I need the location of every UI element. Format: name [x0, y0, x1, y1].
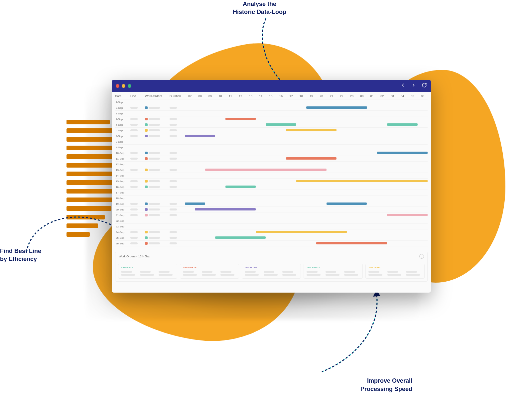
cell-line	[130, 237, 145, 239]
gantt-bar[interactable]	[327, 202, 367, 205]
gantt-bar[interactable]	[377, 152, 428, 154]
cell-duration	[170, 231, 185, 233]
card-id: #WO0042A	[307, 266, 360, 269]
gantt-row[interactable]: 23-Sep	[115, 224, 428, 229]
cell-date: 21-Sep	[115, 214, 130, 217]
gantt-bar[interactable]	[225, 186, 256, 188]
cell-line	[130, 124, 145, 126]
gantt-row[interactable]: 11-Sep	[115, 156, 428, 162]
gantt-row[interactable]: 15-Sep	[115, 179, 428, 184]
cell-date: 18-Sep	[115, 197, 130, 200]
gantt-bar[interactable]	[306, 106, 367, 109]
cell-work-order	[145, 242, 170, 245]
gantt-track	[185, 133, 428, 139]
gantt-row[interactable]: 7-Sep	[115, 133, 428, 139]
gantt-row[interactable]: 17-Sep	[115, 190, 428, 196]
callout-text: Find Best Line	[0, 247, 41, 255]
gantt-bar[interactable]	[316, 242, 387, 244]
gantt-row[interactable]: 26-Sep	[115, 241, 428, 246]
gantt-row[interactable]: 24-Sep	[115, 229, 428, 235]
cell-line	[130, 186, 145, 188]
hour-label: 00	[357, 94, 367, 98]
gantt-row[interactable]: 5-Sep	[115, 122, 428, 128]
gantt-bar[interactable]	[387, 123, 417, 126]
cell-line	[130, 208, 145, 210]
col-duration: Duration	[170, 94, 185, 98]
gantt-row[interactable]: 21-Sep	[115, 212, 428, 218]
gantt-track	[185, 173, 428, 178]
gantt-row[interactable]: 14-Sep	[115, 173, 428, 179]
gantt-bar[interactable]	[215, 236, 266, 239]
gantt-bar[interactable]	[286, 157, 336, 160]
gantt-row[interactable]: 13-Sep	[115, 167, 428, 173]
gantt-row[interactable]: 9-Sep	[115, 145, 428, 150]
nav-prev-button[interactable]	[400, 82, 406, 89]
cell-duration	[170, 186, 185, 188]
cell-date: 14-Sep	[115, 174, 130, 177]
gantt-row[interactable]: 6-Sep	[115, 128, 428, 133]
gantt-bar[interactable]	[256, 231, 347, 233]
cell-line	[130, 214, 145, 216]
gantt-row[interactable]: 1-Sep	[115, 99, 428, 105]
cell-date: 1-Sep	[115, 101, 130, 104]
cell-date: 7-Sep	[115, 135, 130, 138]
gantt-row[interactable]: 19-Sep	[115, 201, 428, 207]
cell-work-order	[145, 202, 170, 205]
hour-label: 09	[205, 94, 215, 98]
gantt-row[interactable]: 3-Sep	[115, 111, 428, 116]
gantt-row[interactable]: 16-Sep	[115, 184, 428, 190]
cell-duration	[170, 129, 185, 131]
gantt-bar[interactable]	[286, 129, 336, 131]
cell-date: 8-Sep	[115, 140, 130, 143]
cell-line	[130, 203, 145, 205]
hour-label: 23	[347, 94, 357, 98]
expand-button[interactable]: ⌄	[419, 254, 424, 259]
gantt-row[interactable]: 12-Sep	[115, 162, 428, 167]
app-window: Date Line Work-Orders Duration 070809101…	[112, 80, 431, 293]
work-order-card[interactable]: #WO0042A	[304, 264, 363, 279]
minimize-icon[interactable]	[122, 84, 125, 88]
work-order-card[interactable]: #WO3502	[365, 264, 425, 279]
col-date: Date	[115, 94, 130, 98]
callout-text: Analyse the	[233, 0, 286, 8]
gantt-bar[interactable]	[266, 123, 296, 126]
maximize-icon[interactable]	[128, 84, 131, 88]
gantt-row[interactable]: 22-Sep	[115, 218, 428, 224]
work-order-card[interactable]: #WO00879	[180, 264, 239, 279]
cell-duration	[170, 152, 185, 154]
gantt-track	[185, 139, 428, 144]
gantt-bar[interactable]	[225, 118, 256, 120]
work-orders-panel: Work Orders - 11th Sep ⌄ #WO8675#WO00879…	[115, 252, 428, 282]
cell-line	[130, 152, 145, 154]
gantt-row[interactable]: 4-Sep	[115, 116, 428, 122]
cell-work-order	[145, 135, 170, 137]
hour-label: 20	[316, 94, 326, 98]
gantt-track	[185, 190, 428, 195]
gantt-row[interactable]: 25-Sep	[115, 235, 428, 241]
close-icon[interactable]	[116, 84, 119, 88]
refresh-button[interactable]	[422, 82, 427, 89]
cell-date: 12-Sep	[115, 163, 130, 166]
hour-label: 06	[418, 94, 428, 98]
nav-next-button[interactable]	[411, 82, 416, 89]
gantt-track	[185, 99, 428, 105]
gantt-bar[interactable]	[195, 208, 256, 210]
gantt-row[interactable]: 2-Sep	[115, 105, 428, 111]
cell-date: 22-Sep	[115, 219, 130, 222]
gantt-bar[interactable]	[205, 169, 327, 171]
gantt-bar[interactable]	[387, 214, 428, 216]
work-order-card[interactable]: #WO1769	[242, 264, 301, 279]
gantt-track	[185, 128, 428, 133]
cell-line	[130, 118, 145, 120]
gantt-row[interactable]: 10-Sep	[115, 150, 428, 156]
gantt-row[interactable]: 8-Sep	[115, 139, 428, 145]
work-order-card[interactable]: #WO8675	[118, 264, 177, 279]
cell-duration	[170, 180, 185, 182]
gantt-bar[interactable]	[296, 180, 428, 182]
gantt-row[interactable]: 20-Sep	[115, 207, 428, 212]
cell-line	[130, 180, 145, 182]
gantt-row[interactable]: 18-Sep	[115, 196, 428, 201]
gantt-bar[interactable]	[185, 202, 205, 205]
gantt-bar[interactable]	[185, 135, 215, 137]
cell-duration	[170, 214, 185, 216]
